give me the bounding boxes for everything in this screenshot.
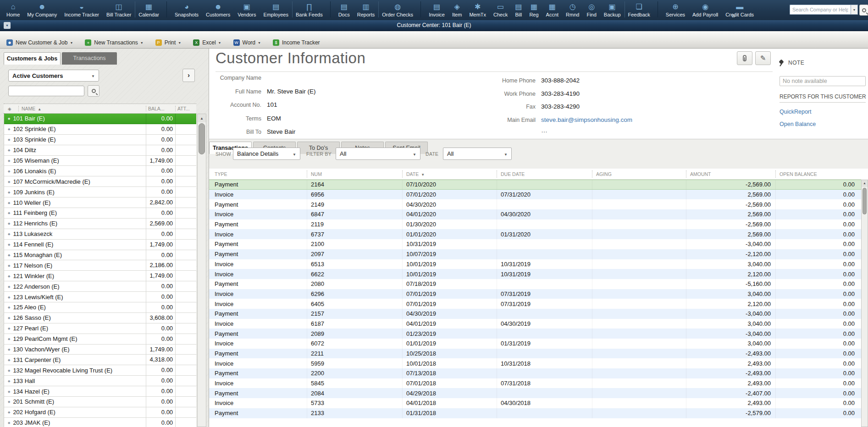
home[interactable]: ⌂ Home bbox=[3, 1, 23, 17]
column-header-amount[interactable]: AMOUNT bbox=[686, 170, 775, 178]
customer-row[interactable]: ◆105 Wiseman (E) 1,749.00 bbox=[4, 156, 196, 166]
transaction-row[interactable]: Payment 2084 04/29/2018 -2,407.00 0.00 bbox=[209, 388, 861, 398]
customer-row[interactable]: ◆123 Lewis/Kieft (E) 0.00 bbox=[4, 292, 196, 302]
item[interactable]: ◈ Item bbox=[448, 1, 465, 17]
transaction-row[interactable]: Invoice 5845 07/01/2018 07/31/2018 2,493… bbox=[209, 378, 861, 389]
feedback[interactable]: ❏ Feedback bbox=[625, 1, 658, 17]
note-empty-box[interactable]: No note available bbox=[780, 76, 866, 86]
transaction-row[interactable]: Payment 2097 10/07/2019 -2,120.00 0.00 bbox=[209, 249, 861, 259]
transaction-row[interactable]: Payment 2100 10/31/2019 -3,040.00 0.00 bbox=[209, 239, 861, 249]
column-header-attach[interactable]: ATT... bbox=[175, 106, 196, 111]
date-filter-dropdown[interactable]: All ▼ bbox=[443, 148, 512, 160]
employees[interactable]: ▤ Employees bbox=[260, 1, 292, 17]
reports[interactable]: ▥ Reports bbox=[354, 1, 379, 17]
attach-file-button[interactable] bbox=[737, 51, 752, 65]
customer-row[interactable]: ◆134 Hazel (E) 0.00 bbox=[4, 386, 196, 397]
docs[interactable]: ▤ Docs bbox=[335, 1, 354, 17]
transaction-row[interactable]: Invoice 6956 07/01/2020 07/31/2020 2,569… bbox=[209, 190, 861, 200]
customer-row[interactable]: ◆114 Fennell (E) 1,749.00 bbox=[4, 240, 196, 250]
edit-customer-button[interactable]: ✎ bbox=[755, 51, 771, 65]
my-company[interactable]: ☻ My Company bbox=[23, 1, 61, 17]
customer-row[interactable]: ◆107 McCormick/Macredie (E) 0.00 bbox=[4, 176, 196, 187]
income-tracker[interactable]: ◒ Income Tracker bbox=[61, 1, 103, 17]
customer-row[interactable]: ◆122 Anderson (E) 0.00 bbox=[4, 281, 196, 292]
backup[interactable]: ▣ Backup bbox=[600, 1, 625, 17]
column-header-aging[interactable]: AGING bbox=[592, 170, 686, 178]
customer-row[interactable]: ◆130 Vachon/Wyer (E) 1,749.00 bbox=[4, 345, 196, 355]
search-scope-caret-icon[interactable]: ▼ bbox=[851, 5, 858, 15]
calendar[interactable]: ▦ Calendar bbox=[135, 1, 167, 17]
snapshots[interactable]: ◕ Snapshots bbox=[171, 1, 202, 17]
income-tracker-menu[interactable]: $ Income Tracker bbox=[273, 39, 322, 46]
memtx[interactable]: ✱ MemTx bbox=[465, 1, 490, 17]
search-button[interactable] bbox=[859, 5, 868, 16]
scroll-up-icon[interactable]: ▲ bbox=[198, 114, 206, 122]
column-header-num[interactable]: NUM bbox=[307, 170, 402, 178]
customer-row[interactable]: ◆133 Hall 0.00 bbox=[4, 376, 196, 386]
excel[interactable]: X Excel ▼ bbox=[193, 39, 221, 46]
bank-feeds[interactable]: ∏ Bank Feeds bbox=[292, 1, 331, 17]
company-search-input[interactable] bbox=[790, 5, 851, 15]
customer-row[interactable]: ◆102 Sprinkle (E) 0.00 bbox=[4, 124, 196, 135]
bill-tracker[interactable]: ◫ Bill Tracker bbox=[103, 1, 135, 17]
customer-row[interactable]: ◆112 Henrichs (E) 2,569.00 bbox=[4, 219, 196, 229]
column-header-name[interactable]: NAME▲ bbox=[18, 106, 146, 111]
column-header-balance[interactable]: BALA... bbox=[146, 106, 175, 111]
customer-row[interactable]: ◆110 Weller (E) 2,842.00 bbox=[4, 197, 196, 208]
collapse-panel-button[interactable]: › bbox=[182, 69, 195, 82]
customer-row[interactable]: ◆113 Lukasezck 0.00 bbox=[4, 229, 196, 240]
customer-row[interactable]: ◆117 Nelson (E) 2,186.00 bbox=[4, 260, 196, 271]
check[interactable]: ▭ Check bbox=[490, 1, 511, 17]
customer-row[interactable]: ◆103 Sprinkle (E) 0.00 bbox=[4, 135, 196, 145]
reg[interactable]: ▦ Reg bbox=[525, 1, 542, 17]
bill[interactable]: ▤ Bill bbox=[511, 1, 525, 17]
customer-search-input[interactable] bbox=[8, 86, 84, 96]
customer-row[interactable]: ◆111 Feinberg (E) 0.00 bbox=[4, 208, 196, 219]
show-filter-dropdown[interactable]: Balance Details ▼ bbox=[233, 148, 300, 160]
new-customer-job[interactable]: ☻ New Customer & Job ▼ bbox=[6, 39, 73, 46]
rmnd[interactable]: ◷ Rmnd bbox=[562, 1, 583, 17]
transaction-row[interactable]: Payment 2089 01/23/2019 -3,040.00 0.00 bbox=[209, 328, 861, 339]
customer-row[interactable]: ◆109 Junkins (E) 0.00 bbox=[4, 187, 196, 197]
customer-list-scrollbar[interactable]: ▲ bbox=[197, 114, 206, 427]
tab-transactions-sidebar[interactable]: Transactions bbox=[62, 52, 117, 65]
scroll-up-icon[interactable]: ▲ bbox=[862, 180, 868, 187]
customer-row[interactable]: ◆201 Schmitt (E) 0.00 bbox=[4, 397, 196, 407]
transaction-row[interactable]: Invoice 6513 10/01/2019 10/31/2019 3,040… bbox=[209, 259, 861, 269]
customer-row[interactable]: ◆126 Sasso (E) 3,608.00 bbox=[4, 313, 196, 323]
toolbar-overflow-chevron-icon[interactable]: » bbox=[732, 12, 735, 19]
customer-filter-dropdown[interactable]: Active Customers ▼ bbox=[8, 70, 99, 82]
column-header-date[interactable]: DATE▼ bbox=[402, 170, 497, 178]
transaction-row[interactable]: Invoice 6622 10/01/2019 10/31/2019 2,120… bbox=[209, 269, 861, 279]
transaction-row[interactable]: Payment 2149 04/30/2020 -2,569.00 0.00 bbox=[209, 199, 861, 209]
customer-row[interactable]: ◆129 PearlCom Mgmt (E) 0.00 bbox=[4, 334, 196, 345]
transaction-row[interactable]: Payment 2211 10/25/2018 -2,493.00 0.00 bbox=[209, 349, 861, 359]
customer-row[interactable]: ◆127 Pearl (E) 0.00 bbox=[4, 323, 196, 334]
credit-cards[interactable]: ▬ Credit Cards bbox=[722, 1, 757, 17]
vendors[interactable]: ▣ Vendors bbox=[234, 1, 260, 17]
column-header-due-date[interactable]: DUE DATE bbox=[497, 170, 592, 178]
customer-row[interactable]: ◆106 Lionakis (E) 0.00 bbox=[4, 166, 196, 176]
filter-by-dropdown[interactable]: All ▼ bbox=[336, 148, 420, 160]
column-header-open-balance[interactable]: OPEN BALANCE bbox=[775, 170, 861, 178]
transaction-row[interactable]: Payment 2157 04/30/2019 -3,040.00 0.00 bbox=[209, 309, 861, 319]
order-checks[interactable]: ◍ Order Checks bbox=[378, 1, 421, 17]
transaction-row[interactable]: Invoice 6072 01/01/2019 01/31/2019 3,040… bbox=[209, 339, 861, 349]
customer-row[interactable]: ◆132 Magel Revocable Living Trust (E) 0.… bbox=[4, 365, 196, 376]
customer-row[interactable]: ◆115 Monaghan (E) 0.00 bbox=[4, 250, 196, 261]
new-transactions[interactable]: ＋ New Transactions ▼ bbox=[85, 39, 143, 46]
scrollbar-thumb[interactable] bbox=[862, 188, 867, 214]
transaction-row[interactable]: Invoice 5959 10/01/2018 10/31/2018 2,493… bbox=[209, 358, 861, 368]
services[interactable]: ⊕ Services bbox=[662, 1, 689, 17]
customer-row[interactable]: ◆125 Aleo (E) 0.00 bbox=[4, 302, 196, 313]
customer-list-header[interactable]: ◈ NAME▲ BALA... ATT... bbox=[4, 104, 196, 114]
customer-row[interactable]: ◆202 Hofgard (E) 0.00 bbox=[4, 407, 196, 418]
transaction-row[interactable]: Payment 2119 01/30/2020 -2,569.00 0.00 bbox=[209, 219, 861, 230]
transaction-row[interactable]: Invoice 6405 07/01/2019 07/31/2019 2,120… bbox=[209, 299, 861, 309]
accnt[interactable]: ▦ Accnt bbox=[542, 1, 563, 17]
customer-row[interactable]: ◆121 Winkler (E) 1,749.00 bbox=[4, 271, 196, 281]
find[interactable]: ◎ Find bbox=[583, 1, 600, 17]
invoice[interactable]: ▤ Invoice bbox=[425, 1, 448, 17]
word[interactable]: W Word ▼ bbox=[233, 39, 261, 46]
customers[interactable]: ☻ Customers bbox=[202, 1, 234, 17]
